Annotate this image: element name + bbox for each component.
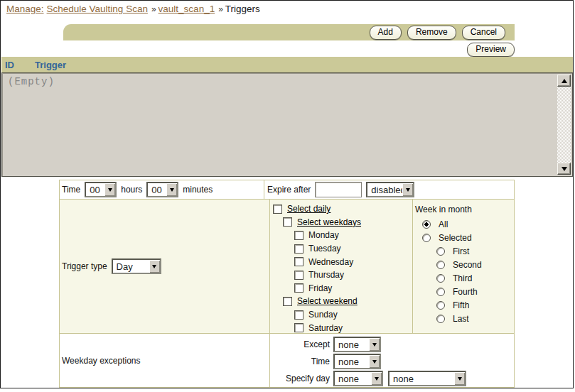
cancel-button[interactable]: Cancel — [462, 26, 505, 40]
vertical-scrollbar[interactable] — [557, 75, 571, 175]
time-label: Time — [62, 185, 80, 195]
second-radio[interactable] — [436, 261, 445, 269]
weekday-exceptions-label-cell: Weekday exceptions — [60, 334, 270, 387]
selected-radio[interactable] — [422, 234, 431, 242]
wednesday-row: Wednesday — [272, 255, 412, 268]
exception-time-label: Time — [270, 356, 330, 366]
minutes-label: minutes — [183, 185, 213, 195]
preview-button[interactable]: Preview — [467, 43, 515, 57]
wednesday-checkbox[interactable] — [294, 257, 303, 266]
add-button[interactable]: Add — [370, 26, 402, 40]
weekday-exceptions-row: Weekday exceptions Except none Time none — [60, 334, 514, 387]
all-row: All — [415, 217, 514, 231]
trigger-type-label: Trigger type — [62, 261, 107, 271]
select-daily-row: Select daily — [272, 202, 412, 216]
all-radio[interactable] — [422, 220, 431, 229]
dropdown-arrow-icon — [166, 183, 177, 196]
column-header-trigger: Trigger — [35, 60, 66, 70]
select-weekend-row: Select weekend — [272, 295, 412, 308]
fifth-row: Fifth — [415, 298, 514, 312]
arrow-down-icon — [561, 167, 567, 171]
expire-after-label: Expire after — [267, 185, 311, 195]
dropdown-arrow-icon — [104, 183, 115, 196]
breadcrumb-current: Triggers — [225, 4, 260, 14]
trigger-type-cell: Trigger type Day — [60, 200, 270, 333]
trigger-form: Time 00 hours 00 minutes Expire after di… — [59, 180, 515, 388]
dropdown-arrow-icon — [369, 338, 380, 351]
weekday-exceptions-controls: Except none Time none Specify day — [270, 334, 514, 387]
day-selection-cell: Select daily Select weekdays Monday Tues… — [270, 200, 413, 333]
remove-button[interactable]: Remove — [407, 26, 456, 40]
expire-unit-select[interactable]: disabled — [366, 182, 414, 197]
week-in-month-cell: Week in month All Selected First Second — [413, 200, 514, 333]
dropdown-arrow-icon — [149, 260, 160, 273]
dropdown-arrow-icon — [369, 355, 380, 368]
saturday-row: Saturday — [272, 321, 412, 334]
monday-checkbox[interactable] — [294, 231, 303, 240]
exception-time-select[interactable]: none — [333, 354, 381, 369]
scrollbar-track[interactable] — [557, 87, 571, 163]
trigger-detail-row: Trigger type Day Select daily Select wee… — [60, 200, 514, 334]
fourth-radio[interactable] — [436, 288, 445, 296]
specify-day-label: Specify day — [270, 374, 330, 383]
expire-after-input[interactable] — [315, 182, 362, 197]
toolbar: Add Remove Cancel — [63, 24, 515, 40]
except-label: Except — [270, 339, 330, 349]
last-radio[interactable] — [436, 315, 445, 323]
specify-day-select-1[interactable]: none — [333, 371, 383, 386]
fourth-row: Fourth — [415, 285, 514, 298]
tuesday-checkbox[interactable] — [294, 244, 303, 254]
scroll-down-button[interactable] — [557, 163, 571, 175]
friday-row: Friday — [272, 282, 412, 295]
saturday-checkbox[interactable] — [294, 323, 303, 332]
select-weekdays-row: Select weekdays — [272, 216, 412, 229]
page: Manage:Schedule Vaulting Scan»vault_scan… — [0, 0, 574, 388]
dropdown-arrow-icon — [402, 183, 413, 196]
select-weekend-checkbox[interactable] — [283, 297, 292, 306]
breadcrumb: Manage:Schedule Vaulting Scan»vault_scan… — [6, 4, 260, 14]
expire-cell: Expire after disabled — [264, 180, 514, 199]
time-cell: Time 00 hours 00 minutes — [60, 180, 264, 199]
friday-checkbox[interactable] — [294, 283, 303, 293]
trigger-type-select[interactable]: Day — [112, 258, 161, 274]
breadcrumb-separator: » — [218, 4, 223, 14]
select-weekdays-link[interactable]: Select weekdays — [297, 217, 361, 227]
sunday-row: Sunday — [272, 308, 412, 322]
tuesday-row: Tuesday — [272, 242, 412, 256]
except-line: Except none — [270, 336, 514, 353]
second-row: Second — [415, 258, 514, 271]
fifth-radio[interactable] — [436, 301, 445, 310]
thursday-checkbox[interactable] — [294, 271, 303, 280]
breadcrumb-separator: » — [151, 4, 156, 14]
breadcrumb-link-manage[interactable]: Manage: — [6, 4, 44, 14]
breadcrumb-link-schedule-vaulting-scan[interactable]: Schedule Vaulting Scan — [47, 4, 148, 14]
dropdown-arrow-icon — [454, 372, 465, 385]
exception-time-line: Time none — [270, 353, 514, 370]
except-select[interactable]: none — [333, 337, 381, 352]
select-daily-link[interactable]: Select daily — [287, 204, 331, 214]
dropdown-arrow-icon — [371, 372, 382, 385]
minutes-select[interactable]: 00 — [146, 182, 178, 197]
third-row: Third — [415, 271, 514, 285]
monday-row: Monday — [272, 229, 412, 242]
thursday-row: Thursday — [272, 268, 412, 282]
weekday-exceptions-label: Weekday exceptions — [62, 356, 141, 366]
sunday-checkbox[interactable] — [294, 310, 303, 320]
column-header-id: ID — [5, 60, 35, 70]
select-daily-checkbox[interactable] — [273, 205, 282, 214]
select-weekend-link[interactable]: Select weekend — [297, 296, 358, 306]
breadcrumb-link-vault-scan-1[interactable]: vault_scan_1 — [158, 4, 215, 14]
week-in-month-label: Week in month — [415, 205, 514, 214]
select-weekdays-checkbox[interactable] — [283, 217, 292, 227]
trigger-list[interactable]: (Empty) — [1, 72, 573, 177]
specify-day-select-2[interactable]: none — [388, 371, 466, 386]
scroll-up-button[interactable] — [557, 75, 571, 87]
time-row: Time 00 hours 00 minutes Expire after di… — [60, 180, 514, 200]
first-radio[interactable] — [436, 247, 445, 256]
third-radio[interactable] — [436, 274, 445, 283]
hours-select[interactable]: 00 — [85, 182, 117, 197]
trigger-table-header: ID Trigger — [1, 57, 573, 72]
specify-day-line: Specify day none none — [270, 370, 514, 387]
empty-placeholder: (Empty) — [8, 76, 55, 87]
hours-label: hours — [121, 185, 142, 195]
